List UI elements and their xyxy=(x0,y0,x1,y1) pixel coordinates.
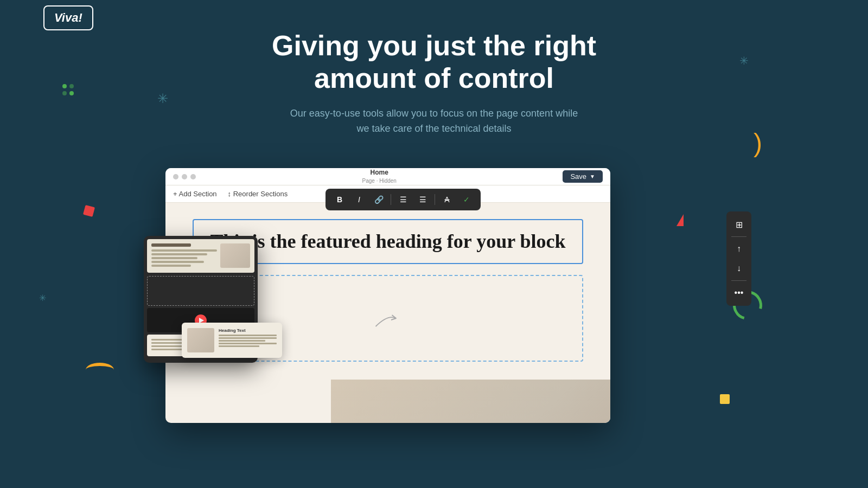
toolbar-separator-1 xyxy=(391,194,391,205)
tablet-dashed-section xyxy=(147,276,254,306)
placeholder-arrow-icon xyxy=(372,305,404,332)
tablet-image xyxy=(220,243,250,268)
editor-toolbar: B I 🔗 ☰ ☰ A ✓ xyxy=(326,189,481,210)
tablet-heading-section xyxy=(147,239,254,273)
tablet-text-line-5 xyxy=(151,265,191,267)
settings-side-button[interactable]: ⊞ xyxy=(729,216,749,233)
add-section-button[interactable]: + Add Section xyxy=(173,190,217,198)
hover-card-line-5 xyxy=(219,345,259,347)
move-down-button[interactable]: ↓ xyxy=(729,260,749,277)
tablet-text-line-4 xyxy=(151,261,204,263)
hover-card-text: Heading Text xyxy=(219,328,277,348)
red-triangle-deco xyxy=(676,214,684,226)
hover-card-line-1 xyxy=(219,335,277,336)
move-up-button[interactable]: ↑ xyxy=(729,240,749,258)
logo-text: Viva! xyxy=(54,11,82,24)
hover-card-lines xyxy=(219,335,277,347)
snowflake-deco-mid-left: ✳ xyxy=(39,293,46,303)
orange-arc-deco xyxy=(86,363,114,377)
unordered-list-button[interactable]: ☰ xyxy=(394,192,412,207)
hover-card-line-3 xyxy=(219,340,265,342)
hover-card-line-2 xyxy=(219,337,277,339)
hero-subtitle: Our easy-to-use tools allow you to focus… xyxy=(285,106,583,137)
confirm-button[interactable]: ✓ xyxy=(458,192,475,207)
browser-dot-1 xyxy=(173,174,178,179)
browser-dot-2 xyxy=(182,174,187,179)
save-dropdown-arrow: ▼ xyxy=(590,174,595,179)
play-triangle-icon xyxy=(199,318,204,323)
yellow-square-deco xyxy=(720,394,730,404)
browser-chrome: Home Page · Hidden Save ▼ xyxy=(165,168,610,185)
browser-page-status: Page · Hidden xyxy=(362,177,397,184)
save-button[interactable]: Save ▼ xyxy=(563,170,603,183)
more-options-button[interactable]: ••• xyxy=(729,284,749,301)
hero-section: Giving you just the right amount of cont… xyxy=(0,30,868,137)
hover-card: Heading Text xyxy=(182,323,282,358)
tablet-text-line-3 xyxy=(151,257,197,259)
side-toolbar-separator-2 xyxy=(731,280,746,281)
logo: Viva! xyxy=(43,5,93,30)
side-toolbar-separator xyxy=(731,236,746,237)
side-toolbar: ⊞ ↑ ↓ ••• xyxy=(726,211,751,306)
hover-card-line-4 xyxy=(219,343,277,344)
tablet-text-line-1 xyxy=(151,249,217,252)
tablet-text-line-2 xyxy=(151,253,207,255)
toolbar-separator-2 xyxy=(435,194,435,205)
hover-card-title: Heading Text xyxy=(219,328,277,333)
tablet-title-line xyxy=(151,243,191,247)
browser-dot-3 xyxy=(190,174,196,179)
browser-bottom-image xyxy=(331,380,610,423)
ordered-list-button[interactable]: ☰ xyxy=(414,192,431,207)
strikethrough-button[interactable]: A xyxy=(438,192,456,207)
red-square-deco xyxy=(83,205,95,217)
link-button[interactable]: 🔗 xyxy=(370,192,387,207)
reorder-sections-button[interactable]: ↕ Reorder Sections xyxy=(228,190,288,198)
browser-dots xyxy=(173,174,196,179)
hero-title: Giving you just the right amount of cont… xyxy=(244,30,624,95)
browser-page-title: Home xyxy=(362,169,397,177)
heading-block-text: This is the featured heading for your bl… xyxy=(207,229,569,254)
tablet-text-lines xyxy=(151,243,217,268)
italic-button[interactable]: I xyxy=(350,192,368,207)
bold-button[interactable]: B xyxy=(331,192,348,207)
browser-page-info: Home Page · Hidden xyxy=(362,169,397,184)
hover-card-image xyxy=(187,328,214,352)
